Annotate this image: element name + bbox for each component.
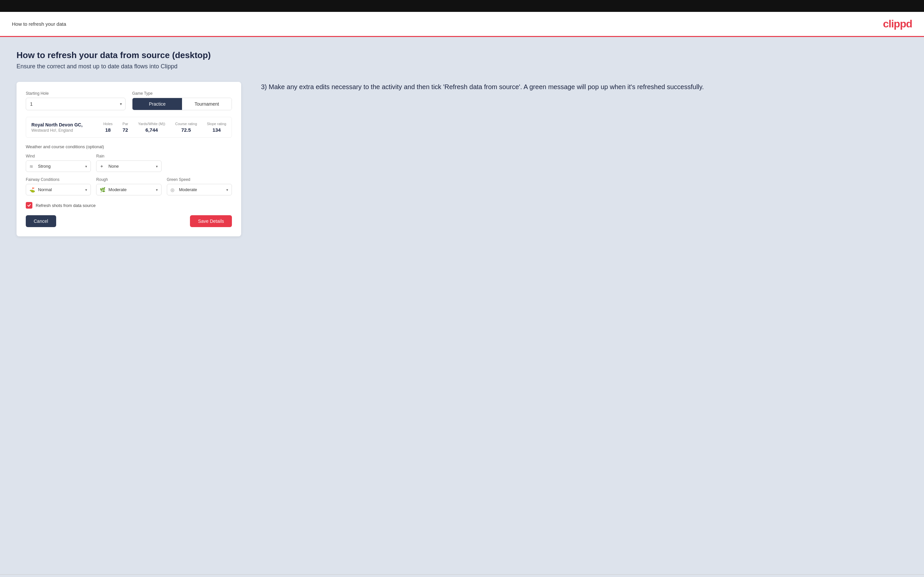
game-type-group: Game Type Practice Tournament — [132, 91, 232, 110]
rough-chevron: ▾ — [156, 187, 158, 192]
fairway-chevron: ▾ — [85, 187, 87, 192]
course-rating-value: 72.5 — [175, 127, 197, 133]
stat-holes: Holes 18 — [103, 122, 113, 133]
course-name: Royal North Devon GC, — [31, 122, 103, 127]
page-heading: How to refresh your data from source (de… — [16, 50, 908, 60]
wind-value: Strong — [38, 164, 50, 169]
wind-icon: ≋ — [29, 164, 33, 169]
green-speed-select[interactable]: ◎ Moderate ▾ — [167, 184, 232, 195]
fairway-rough-green-row: Fairway Conditions ⛳ Normal ▾ Rough 🌿 Mo… — [26, 177, 232, 195]
form-card: Starting Hole 1 ▾ Game Type Practice Tou… — [16, 82, 241, 236]
green-speed-value: Moderate — [179, 187, 197, 192]
tournament-button[interactable]: Tournament — [182, 98, 232, 110]
rain-select[interactable]: ✦ None ▾ — [96, 160, 161, 172]
fairway-label: Fairway Conditions — [26, 177, 91, 182]
rough-group: Rough 🌿 Moderate ▾ — [96, 177, 161, 195]
content-area: Starting Hole 1 ▾ Game Type Practice Tou… — [16, 82, 908, 236]
rain-chevron: ▾ — [156, 164, 158, 168]
fairway-icon: ⛳ — [29, 187, 35, 192]
cancel-button[interactable]: Cancel — [26, 215, 56, 227]
rain-label: Rain — [96, 154, 161, 158]
stat-slope-rating: Slope rating 134 — [207, 122, 226, 133]
instruction-text: 3) Make any extra edits necessary to the… — [261, 82, 908, 92]
green-speed-label: Green Speed — [167, 177, 232, 182]
holes-value: 18 — [103, 127, 113, 133]
page-subheading: Ensure the correct and most up to date d… — [16, 63, 908, 70]
wind-label: Wind — [26, 154, 91, 158]
par-label: Par — [123, 122, 128, 126]
button-row: Cancel Save Details — [26, 215, 232, 227]
course-name-block: Royal North Devon GC, Westward Ho!, Engl… — [31, 122, 103, 133]
starting-hole-select[interactable]: 1 ▾ — [26, 98, 126, 110]
game-type-label: Game Type — [132, 91, 232, 96]
slope-rating-value: 134 — [207, 127, 226, 133]
starting-hole-group: Starting Hole 1 ▾ — [26, 91, 126, 110]
header: How to refresh your data clippd — [0, 12, 924, 37]
refresh-checkbox-row: Refresh shots from data source — [26, 202, 232, 209]
save-button[interactable]: Save Details — [190, 215, 232, 227]
course-stats: Holes 18 Par 72 Yards/White (M)) 6,744 C… — [103, 122, 226, 133]
refresh-checkbox[interactable] — [26, 202, 32, 209]
empty-group — [167, 154, 232, 172]
green-speed-icon: ◎ — [170, 187, 174, 192]
yards-label: Yards/White (M)) — [138, 122, 165, 126]
main-content: How to refresh your data from source (de… — [0, 37, 924, 574]
rough-icon: 🌿 — [100, 187, 105, 192]
fairway-value: Normal — [38, 187, 52, 192]
logo: clippd — [883, 18, 912, 30]
rain-group: Rain ✦ None ▾ — [96, 154, 161, 172]
fairway-select[interactable]: ⛳ Normal ▾ — [26, 184, 91, 195]
stat-yards: Yards/White (M)) 6,744 — [138, 122, 165, 133]
fairway-group: Fairway Conditions ⛳ Normal ▾ — [26, 177, 91, 195]
course-rating-label: Course rating — [175, 122, 197, 126]
rough-select[interactable]: 🌿 Moderate ▾ — [96, 184, 161, 195]
yards-value: 6,744 — [138, 127, 165, 133]
stat-par: Par 72 — [123, 122, 128, 133]
header-title: How to refresh your data — [12, 21, 66, 27]
rough-label: Rough — [96, 177, 161, 182]
rough-value: Moderate — [108, 187, 126, 192]
holes-label: Holes — [103, 122, 113, 126]
slope-rating-label: Slope rating — [207, 122, 226, 126]
refresh-label: Refresh shots from data source — [36, 203, 95, 208]
wind-select[interactable]: ≋ Strong ▾ — [26, 160, 91, 172]
conditions-section-title: Weather and course conditions (optional) — [26, 144, 232, 149]
stat-course-rating: Course rating 72.5 — [175, 122, 197, 133]
top-bar — [0, 0, 924, 12]
green-speed-group: Green Speed ◎ Moderate ▾ — [167, 177, 232, 195]
practice-button[interactable]: Practice — [132, 98, 182, 110]
green-speed-chevron: ▾ — [226, 187, 228, 192]
course-info-row: Royal North Devon GC, Westward Ho!, Engl… — [26, 117, 232, 138]
game-type-buttons: Practice Tournament — [132, 98, 232, 110]
rain-icon: ✦ — [100, 164, 104, 169]
course-location: Westward Ho!, England — [31, 128, 103, 133]
wind-rain-row: Wind ≋ Strong ▾ Rain ✦ None ▾ — [26, 154, 232, 172]
wind-group: Wind ≋ Strong ▾ — [26, 154, 91, 172]
footer: Copyright Clippd 2022 — [0, 574, 924, 577]
starting-hole-label: Starting Hole — [26, 91, 126, 96]
rain-value: None — [108, 164, 119, 169]
starting-hole-chevron: ▾ — [120, 102, 122, 106]
starting-hole-value: 1 — [30, 102, 33, 106]
wind-chevron: ▾ — [85, 164, 87, 168]
form-row-top: Starting Hole 1 ▾ Game Type Practice Tou… — [26, 91, 232, 110]
par-value: 72 — [123, 127, 128, 133]
